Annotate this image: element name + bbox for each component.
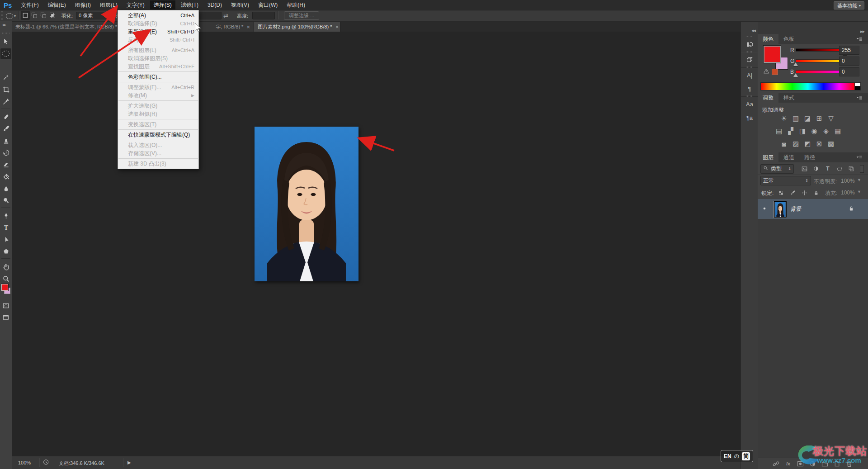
intersect-selection-mode-button[interactable] (48, 11, 57, 20)
ime-indicator[interactable]: EN の 简 (721, 450, 753, 462)
menu-option-E[interactable]: 重新选择(E)Shift+Ctrl+D (118, 28, 198, 36)
width-input[interactable] (199, 12, 222, 19)
layers-panel-menu-icon[interactable] (856, 155, 866, 161)
workspace-switcher-button[interactable]: 基本功能 ▾ (834, 1, 864, 9)
menu-item-V[interactable]: 视图(V) (227, 0, 253, 9)
gradient-map-icon[interactable]: ⊠ (814, 139, 824, 148)
curves-icon[interactable]: ◪ (802, 114, 812, 123)
menu-item-F[interactable]: 文件(F) (17, 0, 42, 9)
scrubby-zoom-icon[interactable] (42, 459, 50, 467)
paragraph-styles-panel-icon[interactable]: ¶a (745, 113, 755, 123)
swap-width-height-icon[interactable]: ⇄ (223, 12, 228, 19)
paint-bucket-tool[interactable] (0, 171, 11, 182)
lock-position-icon[interactable] (800, 189, 808, 197)
document-tab-3[interactable]: 图片素材2.png @ 100%(RGB/8) *× (254, 21, 340, 32)
zoom-level-field[interactable]: 100% (18, 460, 31, 465)
color-tab-颜色[interactable]: 颜色 (758, 34, 778, 44)
channel-value-R[interactable]: 255 (839, 46, 859, 55)
eyedropper-tool[interactable] (0, 96, 11, 107)
hand-tool[interactable] (0, 261, 11, 272)
channel-mixer-icon[interactable]: ◈ (821, 127, 831, 136)
warning-gamut-icon[interactable] (763, 68, 769, 76)
layer-row-background[interactable]: 背景 (758, 199, 868, 219)
menu-option-A[interactable]: 全部(A)Ctrl+A (118, 11, 198, 19)
add-selection-mode-button[interactable] (30, 11, 39, 20)
path-selection-tool[interactable] (0, 234, 11, 245)
anti-alias-checkbox[interactable]: ✓ (108, 13, 115, 19)
menu-item-3DD[interactable]: 3D(D) (204, 0, 226, 9)
feather-input[interactable]: 0 像素 (76, 12, 107, 19)
vibrance-icon[interactable]: ▽ (826, 114, 836, 123)
new-group-button[interactable] (820, 459, 829, 468)
elliptical-marquee-tool[interactable] (0, 48, 11, 59)
crop-tool[interactable] (0, 84, 11, 95)
screen-mode-button[interactable] (0, 312, 11, 323)
history-brush-tool[interactable] (0, 147, 11, 158)
lasso-tool[interactable] (0, 60, 11, 71)
menu-option-D[interactable]: 取消选择(D)Ctrl+D (118, 19, 198, 28)
blend-mode-select[interactable]: 正常 ⇕ (760, 176, 811, 185)
layers-tab-图层[interactable]: 图层 (758, 152, 778, 162)
clone-stamp-tool[interactable] (0, 135, 11, 146)
quick-mask-mode-button[interactable] (0, 300, 11, 311)
new-adjustment-layer-button[interactable] (808, 459, 817, 468)
color-lookup-icon[interactable]: ▦ (833, 127, 843, 136)
menu-option-V[interactable]: 存储选区(V)... (118, 149, 198, 157)
zoom-tool[interactable] (0, 274, 11, 284)
pen-tool[interactable] (0, 210, 11, 221)
collapse-tools-icon[interactable]: ▸▸ (3, 22, 5, 27)
menu-option-S[interactable]: 取消选择图层(S) (118, 54, 198, 62)
menu-option-R[interactable]: 选取相似(R) (118, 110, 198, 118)
character-styles-panel-icon[interactable]: Aa (745, 99, 755, 109)
closest-web-color-swatch[interactable] (772, 69, 778, 75)
spectrum-black-swatch[interactable] (854, 86, 861, 90)
menu-option-C[interactable]: 色彩范围(C)... (118, 73, 198, 81)
lock-transparency-icon[interactable] (777, 189, 785, 197)
menu-item-L[interactable]: 图层(L) (96, 0, 121, 9)
menu-item-Y[interactable]: 文字(Y) (123, 0, 148, 9)
channel-slider-handle-G[interactable] (793, 62, 798, 66)
spot-healing-brush-tool[interactable] (0, 111, 11, 122)
filter-adjustment-layers-icon[interactable] (812, 165, 820, 173)
posterize-icon[interactable]: ▨ (791, 139, 801, 148)
menu-option-Q[interactable]: 在快速蒙版模式下编辑(Q) (118, 131, 198, 139)
layer-style-button[interactable]: fx (783, 459, 793, 468)
layers-tab-通道[interactable]: 通道 (778, 152, 799, 162)
collapse-panels-icon[interactable]: ◂◂ (751, 28, 755, 33)
blur-tool[interactable] (0, 183, 11, 194)
black-white-icon[interactable]: ◨ (797, 127, 807, 136)
options-bar-grip[interactable] (1, 11, 3, 20)
layer-visibility-eye-icon[interactable] (760, 204, 769, 213)
new-layer-button[interactable] (832, 459, 841, 468)
close-tab-icon[interactable]: × (246, 24, 250, 30)
levels-icon[interactable]: ▥ (791, 114, 801, 123)
toolbar-foreground-swatch[interactable] (1, 284, 8, 291)
menu-option-I[interactable]: 反向(I)Shift+Ctrl+I (118, 36, 198, 44)
subtract-selection-mode-button[interactable] (39, 11, 48, 20)
history-panel-icon[interactable] (745, 39, 755, 49)
close-tab-icon[interactable]: × (335, 24, 339, 30)
color-balance-icon[interactable]: ▞ (786, 127, 796, 136)
refine-edge-button[interactable]: 调整边缘 ... (284, 11, 319, 20)
add-layer-mask-button[interactable] (796, 459, 805, 468)
layer-name[interactable]: 背景 (790, 205, 801, 213)
new-selection-mode-button[interactable] (21, 11, 30, 20)
filter-shape-layers-icon[interactable] (835, 165, 844, 173)
elliptical-marquee-preset-icon[interactable] (6, 13, 13, 21)
threshold-icon[interactable]: ◩ (802, 139, 812, 148)
brush-tool[interactable] (0, 123, 11, 134)
magic-wand-tool[interactable] (0, 72, 11, 83)
menu-item-E[interactable]: 编辑(E) (44, 0, 70, 9)
invert-icon[interactable]: ◙ (779, 139, 789, 148)
tool-preset-caret-icon[interactable]: ▾ (14, 14, 16, 18)
height-input[interactable] (252, 12, 275, 19)
menu-option-M[interactable]: 修改(M)▶ (118, 91, 198, 99)
type-tool[interactable]: T (0, 223, 11, 233)
brightness-contrast-icon[interactable]: ☀ (779, 114, 789, 123)
shape-tool[interactable] (0, 246, 11, 257)
selective-color-icon[interactable]: ▩ (826, 139, 836, 148)
filter-smart-objects-icon[interactable] (847, 165, 855, 173)
menu-option-[interactable]: 查找图层Alt+Shift+Ctrl+F (118, 62, 198, 71)
channel-value-G[interactable]: 0 (839, 57, 859, 66)
properties-panel-icon[interactable] (745, 55, 755, 65)
